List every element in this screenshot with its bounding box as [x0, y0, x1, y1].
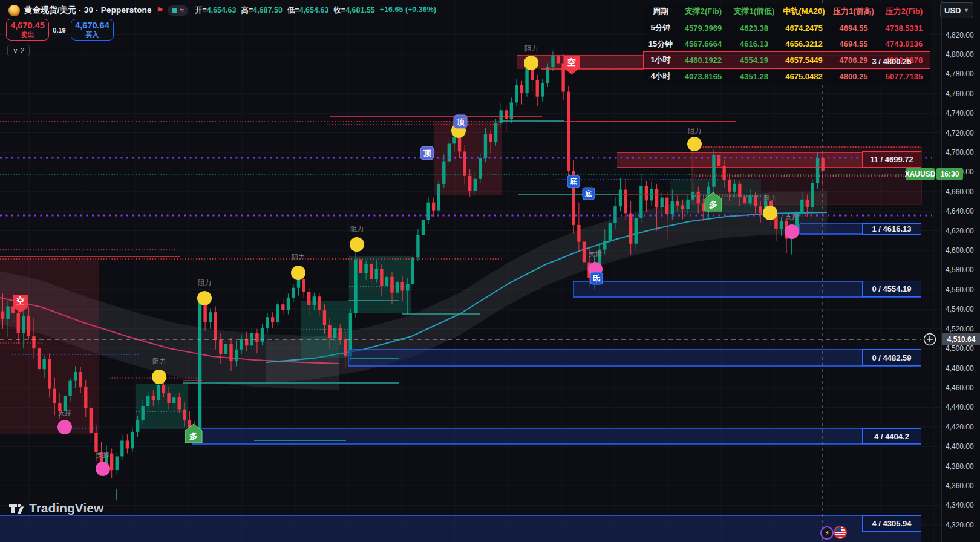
axis-price-label: 4,760.00: [946, 90, 974, 98]
svg-text:空: 空: [567, 57, 576, 67]
zone-level-label: 4 / 4305.94: [862, 515, 921, 532]
axis-price-label: 4,320.00: [946, 521, 974, 529]
axis-price-label: 4,460.00: [946, 384, 974, 392]
axis-price-label: 4,560.00: [946, 286, 974, 294]
svg-text:阻力: 阻力: [198, 279, 211, 286]
axis-price-label: 4,500.00: [946, 344, 974, 353]
symbol-header: 黄金现货/美元 · 30 · Pepperstone ⚑ ≈ 开=4,654.6…: [8, 4, 436, 17]
table-row: 15分钟4567.66644616.134656.32124694.554743…: [644, 36, 930, 52]
indicator-dot-icon: [172, 8, 177, 13]
axis-price-label: 4,660.00: [946, 188, 974, 196]
table-header-cell: 周期: [644, 4, 678, 20]
crosshair-price-chip: 4,510.64: [942, 333, 980, 345]
table-row: 4小时4073.81654351.284675.04824800.255077.…: [644, 68, 930, 85]
chevron-down-icon: ∨: [13, 47, 18, 55]
axis-price-label: 4,520.00: [946, 325, 974, 333]
sell-label: 卖出: [21, 31, 34, 39]
axis-price-label: 4,800.00: [946, 50, 974, 59]
ohlc-values: 开=4,654.63高=4,687.50低=4,654.63收=4,681.55…: [195, 5, 436, 16]
zones-layer: [0, 56, 921, 434]
object-tree-collapse-chip[interactable]: ∨ 2: [7, 45, 30, 56]
table-header-cell: 压力1(前高): [829, 4, 878, 20]
candles-layer: [1, 51, 825, 478]
ohlc-item: 收=4,681.55: [333, 5, 374, 16]
axis-price-label: 4,400.00: [946, 442, 974, 451]
svg-text:支撑: 支撑: [785, 213, 799, 220]
svg-text:支撑: 支撑: [58, 409, 71, 416]
table-header-cell: 支撑1(前低): [729, 4, 779, 20]
symbol-title[interactable]: 黄金现货/美元 · 30 · Pepperstone: [24, 5, 152, 16]
last-price-symbol-badge: XAUUSD: [906, 168, 935, 180]
buy-price: 4,670.64: [75, 21, 109, 31]
ohlc-item: 高=4,687.50: [241, 5, 282, 16]
axis-price-label: 4,700.00: [946, 148, 974, 157]
gold-coin-icon: [8, 5, 20, 16]
axis-price-label: 4,720.00: [946, 129, 974, 137]
table-header-cell: 压力2(Fib): [878, 4, 930, 20]
zone-level-label: 4 / 4404.2: [862, 428, 921, 444]
axis-price-label: 4,740.00: [946, 109, 974, 117]
buy-button[interactable]: 4,670.64 买入: [71, 19, 114, 41]
lightning-icon[interactable]: ⚡: [820, 526, 834, 540]
axis-price-label: 4,420.00: [946, 423, 974, 431]
svg-text:底: 底: [569, 177, 577, 186]
axis-price-label: 4,580.00: [946, 266, 974, 274]
axis-price-label: 4,340.00: [946, 501, 974, 509]
svg-text:底: 底: [584, 189, 592, 198]
tradingview-watermark: TradingView: [8, 501, 103, 515]
svg-text:阻力: 阻力: [350, 225, 364, 232]
support-bands-layer: [0, 224, 921, 542]
axis-price-label: 4,620.00: [946, 227, 974, 235]
svg-text:支撑: 支撑: [96, 451, 109, 459]
zone-level-label: 0 / 4554.19: [862, 281, 921, 297]
axis-price-label: 4,820.00: [946, 31, 974, 39]
price-axis[interactable]: 4,820.004,800.004,780.004,760.004,740.00…: [941, 0, 980, 542]
table-row: 5分钟4579.39694623.384674.24754694.554738.…: [644, 20, 930, 36]
bar-countdown-badge: 16:30: [936, 168, 963, 180]
level-label-4800: 3 / 4800.25: [864, 54, 920, 68]
zone-level-label: 0 / 4482.59: [862, 349, 921, 366]
fib-levels-table: 周期支撑2(Fib)支撑1(前低)中轨(MA20)压力1(前高)压力2(Fib)…: [644, 4, 930, 84]
table-header-cell: 支撑2(Fib): [678, 4, 729, 20]
tradingview-logo-icon: [8, 503, 24, 514]
svg-text:顶: 顶: [457, 117, 465, 126]
sell-price: 4,670.45: [10, 21, 44, 31]
spread-value: 0.19: [52, 27, 67, 34]
svg-text:空: 空: [16, 296, 25, 305]
ohlc-item: 低=4,654.63: [287, 5, 328, 16]
axis-price-label: 4,640.00: [946, 207, 974, 215]
axis-price-label: 4,360.00: [946, 482, 974, 490]
svg-text:顶: 顶: [423, 149, 432, 158]
svg-text:阻力: 阻力: [688, 127, 701, 134]
svg-text:氐: 氐: [593, 274, 601, 282]
svg-text:阻力: 阻力: [763, 195, 777, 202]
zone-level-label: 11 / 4699.72: [862, 151, 921, 168]
currency-value: USD: [944, 6, 961, 15]
svg-text:支撑: 支撑: [589, 250, 602, 258]
svg-text:阻力: 阻力: [292, 253, 305, 261]
axis-price-label: 4,540.00: [946, 305, 974, 313]
axis-price-label: 4,380.00: [946, 462, 974, 471]
watermark-text: TradingView: [29, 501, 103, 515]
us-flag-icon[interactable]: [834, 526, 847, 539]
axis-price-label: 4,600.00: [946, 246, 974, 255]
svg-text:阻力: 阻力: [524, 45, 538, 52]
svg-text:多: 多: [189, 431, 198, 441]
axis-price-label: 4,440.00: [946, 403, 974, 411]
indicator-toggle-pill[interactable]: ≈: [168, 5, 188, 16]
axis-price-label: 4,780.00: [946, 70, 974, 78]
chevron-down-icon: ▼: [964, 7, 969, 13]
flag-bookmark-icon[interactable]: ⚑: [156, 6, 164, 15]
svg-text:阻力: 阻力: [152, 358, 166, 365]
axis-price-label: 4,480.00: [946, 364, 974, 373]
chart-window: 阻力阻力阻力阻力阻力阻力阻力支撑支撑支撑支撑空空多多顶顶底底氐 黄金现货/美元 …: [0, 0, 980, 542]
zone-level-label: 1 / 4616.13: [862, 223, 921, 235]
indicator-wave-icon: ≈: [180, 7, 184, 13]
table-header-cell: 中轨(MA20): [779, 4, 829, 20]
currency-selector[interactable]: USD ▼: [940, 2, 973, 18]
svg-text:多: 多: [709, 200, 717, 209]
collapse-count: 2: [21, 47, 25, 55]
ohlc-item: 开=4,654.63: [195, 5, 236, 16]
sell-button[interactable]: 4,670.45 卖出: [6, 19, 49, 41]
ohlc-item: +16.65 (+0.36%): [380, 5, 436, 16]
